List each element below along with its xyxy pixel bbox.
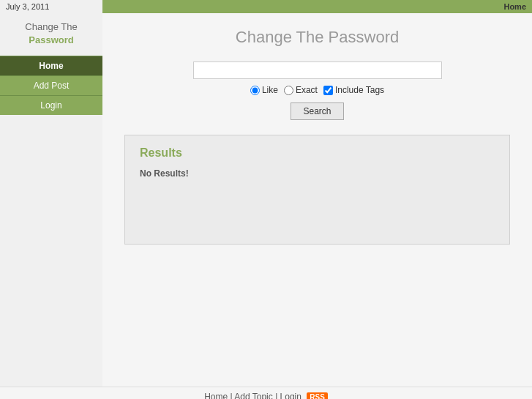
results-area: Results No Results! [124,135,510,245]
results-message: No Results! [140,168,495,179]
footer-login-link[interactable]: Login [280,392,301,399]
search-button[interactable]: Search [291,102,343,120]
search-form: Like Exact Include Tags Search [124,61,510,120]
rss-badge[interactable]: RSS [307,392,328,399]
include-tags-checkbox[interactable] [323,86,333,95]
like-option-text: Like [262,85,278,95]
footer-home-link[interactable]: Home [204,392,228,399]
exact-radio[interactable] [284,86,293,95]
like-radio[interactable] [250,86,260,95]
sidebar: Change The Password Home Add Post Login [0,13,102,387]
content-area: Change The Password Like Exact Include T… [102,13,532,387]
exact-option-text: Exact [296,85,318,95]
include-tags-label[interactable]: Include Tags [323,85,384,95]
sidebar-item-add-post[interactable]: Add Post [0,75,102,95]
search-options: Like Exact Include Tags [250,85,384,95]
search-input[interactable] [193,61,442,79]
sidebar-item-home[interactable]: Home [0,56,102,75]
sidebar-item-login[interactable]: Login [0,95,102,115]
main-wrapper: Change The Password Home Add Post Login … [0,13,532,387]
top-bar: July 3, 2011 Home [0,0,532,13]
like-option-label[interactable]: Like [250,85,278,95]
results-title: Results [140,146,495,160]
footer-add-topic-link[interactable]: Add Topic [234,392,272,399]
top-bar-home-link[interactable]: Home [503,2,532,11]
page-title: Change The Password [124,28,510,47]
include-tags-text: Include Tags [335,85,384,95]
footer: Home | Add Topic | Login RSS eServices G… [0,387,532,399]
sidebar-title-line2: Password [6,34,97,47]
sidebar-title: Change The Password [0,13,102,51]
top-bar-date: July 3, 2011 [0,0,102,13]
sidebar-title-line1: Change The [6,20,97,34]
sidebar-nav: Home Add Post Login [0,56,102,115]
footer-links: Home | Add Topic | Login RSS [0,392,532,399]
exact-option-label[interactable]: Exact [284,85,318,95]
